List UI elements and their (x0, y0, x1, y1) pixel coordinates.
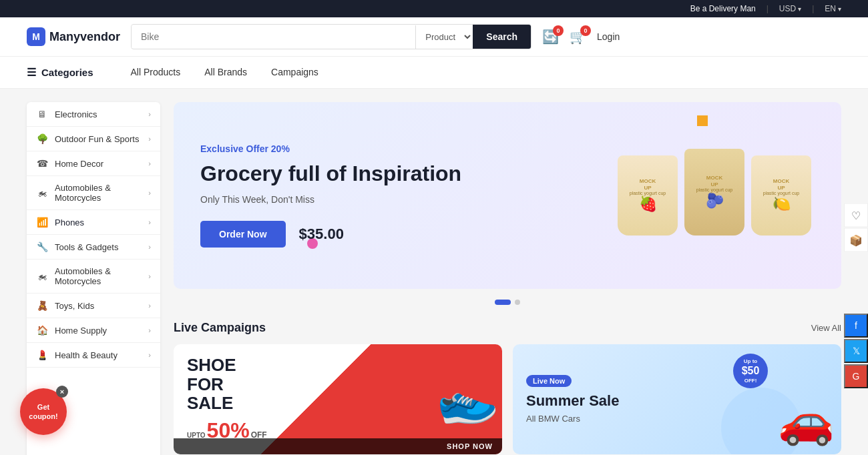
shoe-discount: UPTO 50% OFF (187, 418, 267, 443)
delivery-link[interactable]: Be a Delivery Man (690, 4, 756, 13)
arrow-icon: › (148, 351, 151, 359)
sidebar-item-automobiles-1[interactable]: 🏍 Automobiles & Motorcycles › (27, 176, 160, 210)
logo-icon: M (27, 27, 45, 46)
search-bar: Product Search (131, 24, 531, 49)
logo-text: Manyvendor (49, 30, 120, 44)
sidebar-item-home-decor[interactable]: ☎ Home Decor › (27, 151, 160, 176)
lang-chevron-icon: ▾ (838, 5, 841, 13)
arrow-icon: › (148, 135, 151, 143)
arrow-icon: › (148, 272, 151, 280)
search-input[interactable] (132, 25, 415, 48)
search-button[interactable]: Search (473, 25, 531, 49)
home-supply-icon: 🏠 (36, 325, 48, 336)
tools-icon: 🔧 (36, 242, 48, 252)
arrow-icon: › (148, 218, 151, 226)
separator-1: | (767, 4, 769, 13)
social-panel: f 𝕏 G (844, 314, 868, 388)
sidebar-item-automobiles-2[interactable]: 🏍 Automobiles & Motorcycles › (27, 260, 160, 294)
facebook-button[interactable]: f (844, 314, 868, 338)
order-now-button[interactable]: Order Now (200, 221, 286, 248)
dot-inactive[interactable] (515, 300, 520, 305)
heart-icon: ♡ (851, 209, 861, 221)
home-decor-icon: ☎ (36, 158, 48, 169)
hero-banner: Exclusive Offer 20% Grocery full of Insp… (174, 102, 841, 289)
auto-icon: 🏍 (36, 187, 48, 198)
currency-chevron-icon: ▾ (798, 5, 801, 13)
hero-actions: Order Now $35.00 (200, 221, 461, 248)
sidebar-item-outdoor[interactable]: 🌳 Outdoor Fun & Sports › (27, 127, 160, 151)
campaigns-grid: SHOEFORSALE UPTO 50% OFF 👟 SHOP NOW Live… (174, 344, 841, 454)
car-image: 🚗 (778, 394, 835, 448)
arrow-icon: › (148, 189, 151, 197)
google-button[interactable]: G (844, 364, 868, 388)
dot-active[interactable] (495, 300, 511, 305)
campaigns-title: Live Campaigns (174, 321, 266, 335)
hero-price: $35.00 (299, 225, 344, 243)
blueberry-icon: 🫐 (706, 192, 724, 209)
category-dropdown[interactable]: Product (415, 25, 473, 49)
nav-campaigns[interactable]: Campaigns (260, 57, 329, 88)
facebook-icon: f (855, 320, 857, 331)
login-button[interactable]: Login (597, 31, 620, 42)
nav-bar: ☰ Categories All Products All Brands Cam… (0, 57, 868, 89)
strawberry-icon: 🍓 (639, 195, 657, 213)
wishlist-button[interactable]: 🔄 0 (542, 29, 559, 45)
logo[interactable]: M Manyvendor (27, 27, 120, 46)
google-icon: G (853, 371, 860, 382)
yogurt-cup-1: mockup plastic yogurt cup 🍓 (618, 155, 678, 236)
language-selector[interactable]: EN ▾ (825, 4, 841, 13)
arrow-icon: › (148, 302, 151, 310)
categories-button[interactable]: ☰ Categories (27, 57, 107, 88)
yogurt-cup-3: mockup plastic yogurt cup 🍋 (751, 155, 811, 236)
arrow-icon: › (148, 159, 151, 167)
toys-icon: 🧸 (36, 300, 48, 311)
deco-circle-1 (697, 115, 708, 126)
shoe-image: 👟 (429, 364, 502, 434)
hero-offer: Exclusive Offer 20% (200, 143, 461, 154)
hero-section: Exclusive Offer 20% Grocery full of Insp… (174, 102, 841, 455)
top-bar: Be a Delivery Man | USD ▾ | EN ▾ (0, 0, 868, 17)
sidebar-item-health[interactable]: 💄 Health & Beauty › (27, 343, 160, 368)
cart-button[interactable]: 🛒 0 (570, 29, 586, 45)
currency-selector[interactable]: USD ▾ (779, 4, 801, 13)
right-wishlist-button[interactable]: ♡ (844, 203, 868, 228)
cart-badge: 0 (580, 25, 591, 36)
right-panel: ♡ 📦 (844, 203, 868, 252)
nav-all-brands[interactable]: All Brands (194, 57, 258, 88)
auto2-icon: 🏍 (36, 271, 48, 282)
coupon-close-button[interactable]: × (56, 386, 68, 398)
electronics-icon: 🖥 (36, 109, 48, 119)
outdoor-icon: 🌳 (36, 133, 48, 144)
sidebar-item-phones[interactable]: 📶 Phones › (27, 210, 160, 235)
header-actions: 🔄 0 🛒 0 Login (542, 29, 620, 45)
hero-dots (174, 300, 841, 305)
hamburger-icon: ☰ (27, 66, 36, 79)
main-content: 🖥 Electronics › 🌳 Outdoor Fun & Sports ›… (0, 89, 868, 455)
phones-icon: 📶 (36, 217, 48, 228)
sidebar-item-home-supply[interactable]: 🏠 Home Supply › (27, 318, 160, 343)
campaign-shoe[interactable]: SHOEFORSALE UPTO 50% OFF 👟 SHOP NOW (174, 344, 502, 454)
nav-all-products[interactable]: All Products (120, 57, 192, 88)
coupon-widget: × Get coupon! (20, 388, 67, 435)
wishlist-badge: 0 (553, 25, 564, 36)
car-badge: Up to $50 OFF! (733, 354, 768, 388)
sidebar-item-toys[interactable]: 🧸 Toys, Kids › (27, 294, 160, 318)
hero-content: Exclusive Offer 20% Grocery full of Insp… (200, 143, 461, 248)
right-track-button[interactable]: 📦 (844, 228, 868, 252)
hero-subtitle: Only This Week, Don't Miss (200, 194, 461, 205)
track-icon: 📦 (849, 234, 863, 246)
categories-label: Categories (41, 67, 93, 78)
sidebar-item-tools[interactable]: 🔧 Tools & Gadgets › (27, 235, 160, 260)
car-title: Summer Sale (526, 392, 619, 410)
hero-image-area: mockup plastic yogurt cup 🍓 mockup plast… (588, 102, 841, 289)
yogurt-cup-2: mockup plastic yogurt cup 🫐 (684, 149, 744, 236)
header: M Manyvendor Product Search 🔄 0 🛒 0 Logi… (0, 17, 868, 57)
campaign-car[interactable]: Live Now Summer Sale All BMW Cars Up to … (513, 344, 841, 454)
twitter-button[interactable]: 𝕏 (844, 339, 868, 363)
car-subtitle: All BMW Cars (526, 414, 619, 424)
sidebar-item-electronics[interactable]: 🖥 Electronics › (27, 102, 160, 127)
hero-title: Grocery full of Inspiration (200, 161, 461, 186)
campaigns-view-all[interactable]: View All (811, 323, 841, 333)
arrow-icon: › (148, 243, 151, 251)
arrow-icon: › (148, 110, 151, 118)
